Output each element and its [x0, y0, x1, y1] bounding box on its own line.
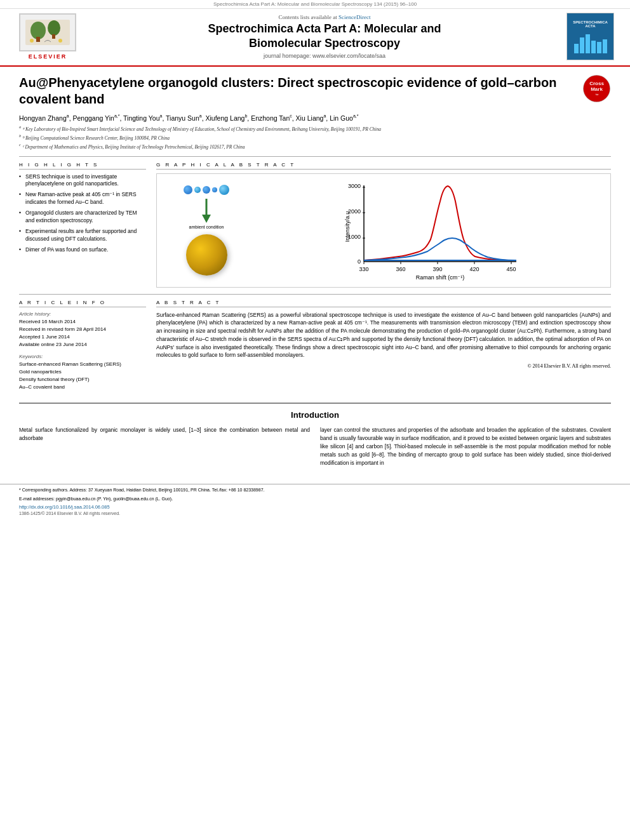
article-title: Au@Phenyacetylene organogold clusters: D…: [19, 74, 576, 107]
intro-heading: Introduction: [19, 410, 611, 420]
article-title-section: Au@Phenyacetylene organogold clusters: D…: [19, 74, 611, 107]
bar-1: [574, 44, 579, 53]
affil-b-text: ᵇ Beijing Computational Science Research…: [22, 135, 170, 140]
highlight-item-1: SERS technique is used to investigate ph…: [19, 173, 146, 189]
small-mol-4: [212, 187, 217, 192]
affil-a: a ᵃ Key Laboratory of Bio-Inspired Smart…: [19, 124, 611, 133]
svg-point-6: [58, 39, 62, 43]
graphical-abstract-label: G R A P H I C A L A B S T R A C T: [156, 162, 611, 170]
affil-a-text: ᵃ Key Laboratory of Bio-Inspired Smart I…: [22, 126, 381, 131]
svg-rect-2: [36, 37, 40, 42]
introduction-section: Introduction Metal surface functionalize…: [19, 403, 611, 472]
small-mol-5: [219, 185, 229, 195]
journal-homepage: journal homepage: www.elsevier.com/locat…: [89, 53, 560, 59]
elsevier-logo-area: ELSEVIER: [13, 13, 83, 60]
sciencedirect-link[interactable]: Contents lists available at ScienceDirec…: [89, 14, 560, 20]
journal-logo-bars: [572, 29, 610, 55]
affil-c-text: ᶜ Department of Mathematics and Physics,…: [22, 143, 245, 149]
journal-header: ELSEVIER Contents lists available at Sci…: [0, 9, 630, 67]
abstract-text: Surface-enhanced Raman Scattering (SERS)…: [156, 311, 611, 360]
article-info-left: A R T I C L E I N F O Article history: R…: [19, 300, 146, 396]
info-abstract-section: A R T I C L E I N F O Article history: R…: [19, 294, 611, 396]
highlights-abstract-section: H I G H L I G H T S SERS technique is us…: [19, 162, 611, 288]
keywords-section: Keywords: Surface-enhanced Raman Scatter…: [19, 354, 146, 391]
graphical-abstract-col: G R A P H I C A L A B S T R A C T: [156, 162, 611, 288]
svg-text:420: 420: [469, 266, 479, 272]
journal-full-title: Spectrochimica Acta Part A: Molecular an…: [89, 22, 560, 51]
svg-text:Intensity/a.u: Intensity/a.u: [344, 211, 351, 242]
svg-point-5: [30, 39, 34, 43]
footer-issn: 1386-1425/© 2014 Elsevier B.V. All right…: [19, 511, 611, 516]
revised-date: Received in revised form 28 April 2014: [19, 326, 146, 333]
banner-text: Spectrochimica Acta Part A: Molecular an…: [213, 1, 417, 7]
bar-3: [586, 34, 590, 53]
raman-chart-svg: 3000 2000 1000 0 Intensity/a.u 33: [256, 179, 605, 281]
journal-logo-text: SPECTROCHIMICAACTA: [572, 19, 609, 29]
history-label: Article history:: [19, 311, 146, 317]
article-history: Article history: Received 16 March 2014 …: [19, 311, 146, 349]
journal-logo-small-box: SPECTROCHIMICAACTA: [566, 13, 614, 60]
small-mol-2: [194, 187, 201, 193]
small-mol-1: [184, 185, 192, 194]
affil-b: b ᵇ Beijing Computational Science Resear…: [19, 133, 611, 142]
intro-left-col: Metal surface functionalized by organic …: [19, 426, 310, 472]
highlight-item-2: New Raman-active peak at 405 cm⁻¹ in SER…: [19, 191, 146, 206]
email-label: E-mail addresses:: [19, 497, 55, 501]
keyword-3: Density functional theory (DFT): [19, 376, 146, 383]
email-note: E-mail addresses: pgyin@buaa.edu.cn (P. …: [19, 496, 611, 503]
keyword-2: Gold nanoparticles: [19, 368, 146, 376]
svg-rect-4: [52, 34, 55, 39]
journal-banner: Spectrochimica Acta Part A: Molecular an…: [0, 0, 630, 9]
molecule-diagram: ambient condition: [162, 185, 251, 275]
green-arrow-svg: [197, 199, 216, 224]
journal-title-line1: Spectrochimica Acta Part A: Molecular an…: [208, 22, 441, 35]
article-info-label: A R T I C L E I N F O: [19, 300, 146, 307]
accepted-date: Accepted 1 June 2014: [19, 333, 146, 341]
affiliations: a ᵃ Key Laboratory of Bio-Inspired Smart…: [19, 124, 611, 157]
svg-text:™: ™: [595, 93, 599, 97]
intro-right-col: layer can control the structures and pro…: [320, 426, 611, 472]
intro-right-p1: layer can control the structures and pro…: [320, 426, 611, 468]
page: Spectrochimica Acta Part A: Molecular an…: [0, 0, 630, 518]
journal-title-area: Contents lists available at ScienceDirec…: [83, 14, 566, 60]
email-values: pgyin@buaa.edu.cn (P. Yin), guolin@buaa.…: [56, 497, 173, 501]
svg-text:Raman shift (cm⁻¹): Raman shift (cm⁻¹): [416, 274, 465, 281]
svg-text:360: 360: [396, 266, 405, 272]
bar-6: [603, 39, 607, 53]
svg-text:0: 0: [358, 258, 361, 265]
keywords-list: Surface-enhanced Raman Scattering (SERS)…: [19, 361, 146, 391]
highlight-item-3: Organogold clusters are characterized by…: [19, 210, 146, 225]
ambient-label: ambient condition: [189, 224, 224, 230]
intro-left-p1: Metal surface functionalized by organic …: [19, 426, 310, 443]
svg-point-1: [30, 22, 46, 39]
abstract-section: A B S T R A C T Surface-enhanced Raman S…: [156, 300, 611, 396]
journal-logo-right: SPECTROCHIMICAACTA: [566, 13, 617, 60]
footer-doi[interactable]: http://dx.doi.org/10.1016/j.saa.2014.06.…: [19, 504, 611, 510]
highlights-col: H I G H L I G H T S SERS technique is us…: [19, 162, 146, 288]
highlights-list: SERS technique is used to investigate ph…: [19, 173, 146, 254]
graphical-abstract-box: ambient condition: [156, 173, 611, 288]
intro-two-col: Metal surface functionalized by organic …: [19, 426, 611, 472]
svg-text:390: 390: [432, 266, 442, 272]
highlight-item-5: Dimer of PA was found on surface.: [19, 246, 146, 254]
raman-chart-area: 3000 2000 1000 0 Intensity/a.u 33: [256, 179, 605, 282]
svg-text:330: 330: [359, 266, 368, 272]
graph-content: ambient condition: [162, 179, 605, 282]
page-footer: * Corresponding authors. Address: 37 Xue…: [0, 484, 630, 518]
journal-title-line2: Biomolecular Spectroscopy: [249, 37, 400, 50]
molecule-cluster-top: [165, 185, 248, 195]
available-date: Available online 23 June 2014: [19, 341, 146, 349]
bar-2: [580, 37, 584, 53]
svg-text:3000: 3000: [348, 183, 361, 189]
svg-text:Cross: Cross: [589, 81, 604, 86]
highlights-label: H I G H L I G H T S: [19, 162, 146, 170]
sciencedirect-anchor[interactable]: ScienceDirect: [338, 14, 370, 20]
bar-4: [591, 41, 596, 53]
affil-c: c ᶜ Department of Mathematics and Physic…: [19, 142, 611, 150]
arrow-ambient: ambient condition: [189, 199, 224, 230]
received-date: Received 16 March 2014: [19, 318, 146, 326]
article-main: Au@Phenyacetylene organogold clusters: D…: [0, 67, 630, 479]
crossmark-badge[interactable]: Cross Mark ™: [582, 74, 611, 103]
highlight-item-4: Experimental results are further support…: [19, 228, 146, 243]
svg-marker-12: [202, 215, 211, 223]
